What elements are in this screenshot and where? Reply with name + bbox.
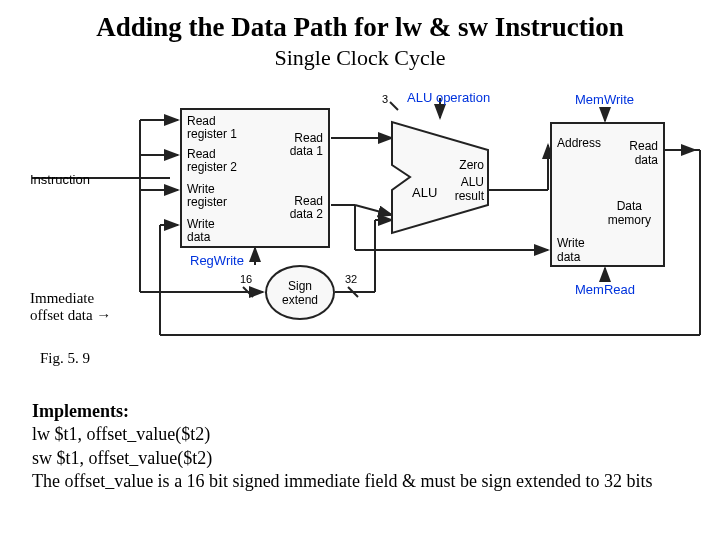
description-block: Implements: lw $t1, offset_value($t2) sw… — [32, 400, 680, 494]
desc-line-2: sw $t1, offset_value($t2) — [32, 447, 680, 470]
svg-line-12 — [355, 205, 392, 215]
immediate-annotation: Immediate offset data → — [30, 290, 111, 324]
page-subtitle: Single Clock Cycle — [0, 45, 720, 71]
alu-operation-label: ALU operation — [407, 90, 490, 105]
rf-write-data: Write data — [187, 218, 215, 244]
memwrite-label: MemWrite — [575, 92, 634, 107]
mem-address: Address — [557, 136, 601, 150]
alu-block: ALU Zero ALU result — [390, 120, 490, 235]
rf-read-data1: Read data 1 — [290, 132, 323, 158]
desc-line-1: lw $t1, offset_value($t2) — [32, 423, 680, 446]
sign-extend-block: Sign extend — [265, 265, 335, 320]
memread-label: MemRead — [575, 282, 635, 297]
rf-read-data2: Read data 2 — [290, 195, 323, 221]
rf-read-reg1: Read register 1 — [187, 115, 237, 141]
sign-extend-label: Sign extend — [282, 279, 318, 307]
alu-label: ALU — [412, 185, 437, 200]
instruction-label: Instruction — [30, 172, 90, 187]
mem-read-data: Read data — [629, 139, 658, 167]
rf-write-reg: Write register — [187, 183, 227, 209]
signext-in-bits: 16 — [240, 273, 252, 285]
signext-out-bits: 32 — [345, 273, 357, 285]
register-file-block: Read register 1 Read register 2 Write re… — [180, 108, 330, 248]
desc-line-3: The offset_value is a 16 bit signed imme… — [32, 470, 680, 493]
alu-result: ALU result — [455, 175, 484, 203]
rf-read-reg2: Read register 2 — [187, 148, 237, 174]
page-title: Adding the Data Path for lw & sw Instruc… — [0, 12, 720, 43]
implements-heading: Implements: — [32, 400, 680, 423]
svg-line-25 — [390, 102, 398, 110]
mem-write-data: Write data — [557, 236, 585, 264]
figure-label: Fig. 5. 9 — [40, 350, 90, 367]
regwrite-label: RegWrite — [190, 253, 244, 268]
alu-zero: Zero — [459, 158, 484, 172]
alu-op-bits: 3 — [382, 93, 388, 105]
data-memory-block: Address Write data Read data Data memory — [550, 122, 665, 267]
mem-name: Data memory — [608, 199, 651, 227]
